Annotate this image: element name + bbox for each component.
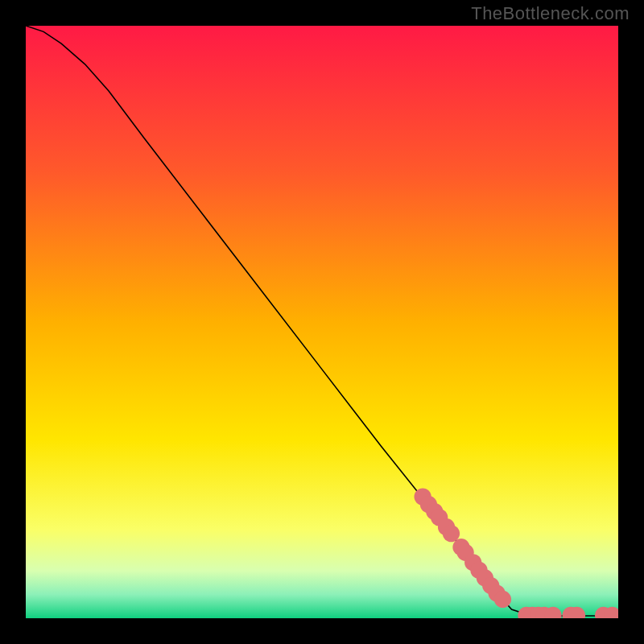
plot-area (26, 26, 618, 618)
watermark-text: TheBottleneck.com (471, 3, 630, 24)
chart-frame: TheBottleneck.com (0, 0, 644, 644)
data-marker (443, 525, 460, 542)
data-marker (494, 591, 511, 608)
chart-svg (26, 26, 618, 618)
gradient-background (26, 26, 618, 618)
